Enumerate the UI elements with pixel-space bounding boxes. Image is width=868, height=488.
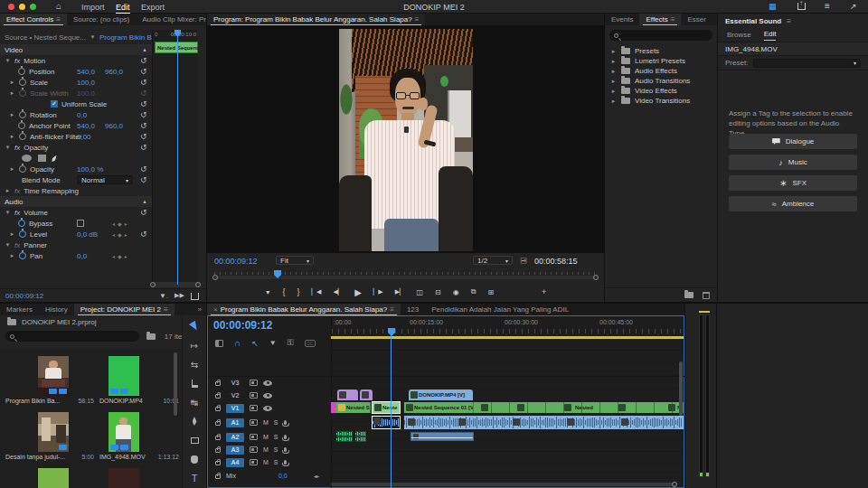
mark-in-icon[interactable]: {	[283, 287, 286, 296]
tag-button-dialogue[interactable]: Dialogue	[729, 134, 857, 149]
mute-button[interactable]: M	[263, 446, 269, 453]
toggle-track-output-icon[interactable]	[263, 393, 272, 399]
audio-meters-panel[interactable]	[685, 304, 716, 488]
keyframe-nav-icons[interactable]: ◂◆▸	[112, 253, 130, 259]
project-item-name[interactable]: Desain tanpa judul-...	[5, 454, 65, 460]
voiceover-record-icon[interactable]	[284, 420, 287, 425]
stopwatch-icon[interactable]	[19, 252, 26, 259]
ellipse-mask-icon[interactable]	[22, 155, 32, 162]
rotation-value[interactable]: 0,0	[77, 111, 87, 119]
tab-markers[interactable]: Markers	[0, 304, 39, 315]
slip-tool[interactable]: ↹	[184, 395, 204, 409]
level-value[interactable]: 0,0 dB	[77, 230, 98, 239]
panel-menu-icon[interactable]: ≡	[787, 17, 791, 25]
tab-browse[interactable]: Browse	[727, 31, 751, 39]
ec-zoom-scrollbar[interactable]	[152, 282, 199, 287]
lock-icon[interactable]	[215, 421, 221, 426]
fx-badge[interactable]	[408, 418, 415, 426]
hand-tool[interactable]	[184, 452, 204, 466]
keyframe-nav-icons[interactable]: ◂▸	[314, 473, 319, 479]
stopwatch-icon[interactable]	[18, 68, 25, 75]
reset-icon[interactable]: ↺	[140, 176, 147, 183]
stopwatch-icon[interactable]	[18, 220, 25, 227]
panel-menu-icon[interactable]: ≡	[415, 15, 420, 23]
fx-badge[interactable]	[413, 434, 419, 439]
button-editor-icon[interactable]: +	[542, 287, 546, 296]
fx-badge[interactable]	[410, 391, 418, 399]
reset-icon[interactable]: ↺	[140, 122, 147, 129]
go-to-out-icon[interactable]: ▶▏	[395, 288, 405, 296]
clip-audio-main[interactable]	[404, 416, 684, 429]
scale-value[interactable]: 100,0	[77, 79, 95, 87]
step-forward-icon[interactable]: ▏▶	[373, 288, 383, 296]
fx-badge[interactable]	[339, 391, 346, 399]
pen-mask-icon[interactable]	[51, 154, 58, 163]
blend-mode-select[interactable]: Normal▾	[77, 175, 133, 184]
tab-sequence-3[interactable]: Pendidikan Adalah Jalan Yang Paling ADIL	[425, 304, 575, 315]
comparison-view-icon[interactable]: ⧉	[471, 287, 476, 296]
tab-source[interactable]: Source: (no clips)	[67, 14, 136, 25]
source-patch-icon[interactable]	[250, 392, 258, 399]
tag-button-music[interactable]: ♪Music	[729, 155, 857, 170]
panel-menu-icon[interactable]: ≡	[56, 15, 61, 23]
fx-icon[interactable]: fx	[14, 209, 20, 217]
project-item-thumb[interactable]	[108, 412, 139, 452]
hamburger-icon[interactable]: ≡	[825, 1, 830, 11]
voiceover-record-icon[interactable]	[284, 447, 287, 452]
workspace-icon[interactable]: ▦	[769, 2, 777, 11]
playback-resolution-select[interactable]: 1/2▾	[473, 256, 513, 265]
ripple-edit-tool[interactable]: ⇆	[184, 357, 204, 371]
stopwatch-icon[interactable]	[19, 165, 26, 173]
panel-menu-icon[interactable]: ≡	[164, 305, 168, 314]
project-item-thumb[interactable]	[108, 468, 139, 488]
project-item-name[interactable]: DONOKIP.MP4	[99, 398, 143, 404]
anchor-x-value[interactable]: 540,0	[77, 122, 95, 130]
go-to-in-icon[interactable]: ▏◀	[312, 288, 322, 296]
video-section-header[interactable]: Video▲	[0, 44, 152, 55]
timeline-settings-wrench-icon[interactable]: ⚿	[288, 338, 294, 348]
reset-icon[interactable]: ↺	[140, 144, 147, 151]
mark-out-icon[interactable]: }	[297, 287, 300, 296]
reset-icon[interactable]: ↺	[140, 230, 147, 238]
voiceover-record-icon[interactable]	[284, 435, 287, 439]
clip-audio-linked[interactable]	[410, 432, 474, 441]
rectangle-tool[interactable]	[184, 433, 204, 447]
nest-indicator-icon[interactable]	[215, 340, 223, 347]
source-patch-icon[interactable]	[250, 434, 258, 440]
rect-mask-icon[interactable]	[38, 155, 46, 162]
tab-effects[interactable]: Effects≡	[639, 14, 681, 25]
clip-graphic[interactable]	[360, 389, 373, 400]
lock-icon[interactable]	[215, 436, 221, 440]
solo-button[interactable]: S	[274, 434, 278, 440]
solo-button[interactable]: S	[274, 446, 278, 453]
project-breadcrumb[interactable]: DONOKIP MEI 2.prproj	[22, 318, 97, 326]
timeline-ruler[interactable]: :00:00 00:00:15:00 00:00:30:00 00:00:45:…	[331, 316, 684, 336]
timeline-vertical-scrollbar[interactable]	[679, 361, 683, 416]
keyframe-lane[interactable]: 0 00:00:10:0 Nested Sequenc	[152, 30, 197, 285]
folder-presets[interactable]: ▸Presets	[605, 46, 717, 56]
tab-history[interactable]: History	[39, 304, 74, 315]
reset-icon[interactable]: ↺	[140, 57, 147, 64]
uniform-scale-checkbox[interactable]: ✓	[51, 100, 58, 108]
toggle-track-output-icon[interactable]	[263, 380, 272, 386]
reset-icon[interactable]: ↺	[140, 165, 147, 173]
more-tabs-icon[interactable]: »	[193, 304, 206, 315]
pan-value[interactable]: 0,0	[77, 252, 87, 260]
tab-events[interactable]: Events	[605, 14, 639, 25]
clip-graphic[interactable]	[337, 389, 358, 400]
play-audio-icon[interactable]: ▶▶	[175, 292, 184, 299]
fx-badge[interactable]	[374, 404, 382, 411]
export-icon[interactable]	[191, 293, 199, 300]
solo-button[interactable]: S	[274, 459, 278, 465]
reset-icon[interactable]: ↺	[140, 209, 147, 216]
fx-badge[interactable]	[621, 418, 628, 426]
folder-audio-transitions[interactable]: ▸Audio Transitions	[605, 76, 717, 86]
project-scrollbar[interactable]	[174, 352, 177, 416]
lane-clip[interactable]: Nested Sequenc	[155, 42, 198, 53]
tab-project[interactable]: Project: DONOKIP MEI 2≡	[74, 304, 175, 315]
lock-icon[interactable]	[215, 381, 221, 386]
program-timecode[interactable]: 00:00:09:12	[214, 257, 258, 266]
fx-badge[interactable]	[406, 404, 413, 411]
mix-level-value[interactable]: 0,0	[278, 473, 288, 479]
lock-icon[interactable]	[215, 461, 221, 465]
